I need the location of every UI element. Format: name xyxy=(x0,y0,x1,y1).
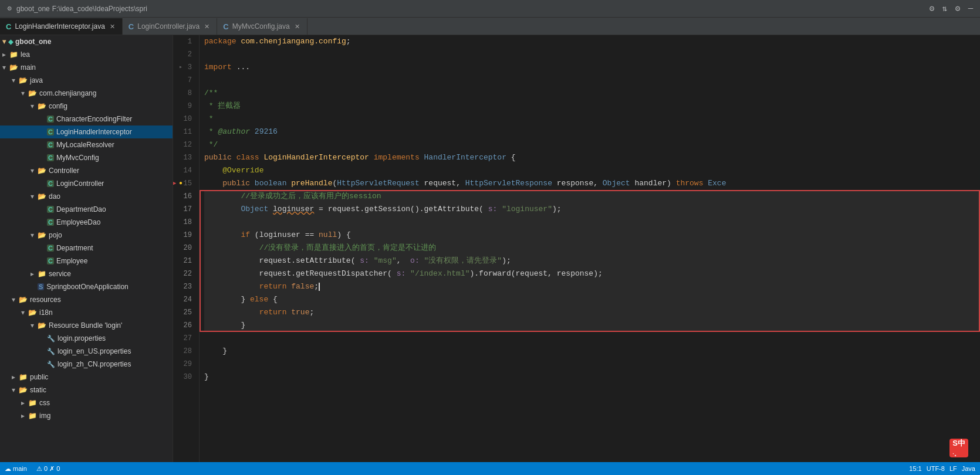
status-encoding: UTF-8 xyxy=(927,465,945,472)
sidebar-item-s21[interactable]: ▾📂i18n xyxy=(0,306,173,319)
sidebar-item-s7[interactable]: CLoginHandlerInterceptor xyxy=(0,125,173,138)
sidebar-item-s20[interactable]: ▾📂resources xyxy=(0,293,173,306)
tab-label-3: MyMvcConfig.java xyxy=(232,22,290,30)
status-right: 15:1 UTF-8 LF Java xyxy=(909,465,975,472)
line-num-13: 13 xyxy=(178,151,194,164)
line-num-15: ●▶15 xyxy=(178,177,194,190)
status-language: Java xyxy=(962,465,975,472)
sidebar-item-s19[interactable]: SSpringbootOneApplication xyxy=(0,280,173,293)
code-line-15: public boolean preHandle(HttpServletRequ… xyxy=(204,177,980,190)
line-num-11: 11 xyxy=(178,125,194,138)
sidebar-item-s11[interactable]: CLoginController xyxy=(0,177,173,190)
split-icon[interactable]: ⇅ xyxy=(940,4,949,13)
line-num-20: 20 xyxy=(178,242,194,255)
sidebar-item-s6[interactable]: CCharacterEncodingFilter xyxy=(0,113,173,125)
code-line-30: } xyxy=(204,371,980,384)
sidebar-item-s5[interactable]: ▾📂config xyxy=(0,100,173,113)
code-line-23: return false; xyxy=(204,280,980,293)
code-line-29 xyxy=(204,358,980,371)
code-line-10: * xyxy=(204,113,980,125)
tab-close-1[interactable]: ✕ xyxy=(109,22,116,32)
line-num-3: ▸3 xyxy=(178,61,194,74)
settings-icon[interactable]: ⚙ xyxy=(927,4,937,13)
tab-loginhandlerinterceptor[interactable]: C LoginHandlerInterceptor.java ✕ xyxy=(0,18,123,35)
line-numbers: 12▸37891011121314●▶151617181920212223242… xyxy=(173,35,200,462)
tab-close-3[interactable]: ✕ xyxy=(293,22,301,32)
title-bar-left: ⚙ gboot_one F:\idea_code\IdeaProjects\sp… xyxy=(5,4,147,13)
code-line-22: request.getRequestDispatcher( s: "/index… xyxy=(204,267,980,280)
code-line-24: } else { xyxy=(204,293,980,306)
tab-java-icon-1: C xyxy=(6,22,11,31)
sidebar-item-s23[interactable]: 🔧login.properties xyxy=(0,332,173,345)
code-line-28: } xyxy=(204,345,980,358)
ime-indicator: S中·。 xyxy=(949,439,968,457)
line-num-2: 2 xyxy=(178,48,194,61)
status-errors: ⚠ 0 ✗ 0 xyxy=(36,465,60,473)
sidebar-item-s29[interactable]: ▸📁img xyxy=(0,409,173,422)
sidebar-item-s13[interactable]: CDepartmentDao xyxy=(0,203,173,216)
code-line-11: * @author 29216 xyxy=(204,125,980,138)
tab-logincontroller[interactable]: C LoginController.java ✕ xyxy=(123,18,217,35)
status-branch: ☁ main xyxy=(5,465,27,473)
line-num-29: 29 xyxy=(178,358,194,371)
tab-close-2[interactable]: ✕ xyxy=(203,22,211,32)
sidebar-item-s17[interactable]: CEmployee xyxy=(0,255,173,267)
code-line-7 xyxy=(204,74,980,87)
sidebar-item-s27[interactable]: ▾📂static xyxy=(0,384,173,396)
line-num-9: 9 xyxy=(178,100,194,113)
sidebar-item-s16[interactable]: CDepartment xyxy=(0,242,173,255)
sidebar-item-s15[interactable]: ▾📂pojo xyxy=(0,229,173,242)
sidebar-item-s24[interactable]: 🔧login_en_US.properties xyxy=(0,345,173,358)
sidebar-item-s22[interactable]: ▾📂Resource Bundle 'login' xyxy=(0,319,173,332)
sidebar-item-s4[interactable]: ▾📂com.chenjiangang xyxy=(0,87,173,100)
code-line-25: return true; xyxy=(204,306,980,319)
line-num-30: 30 xyxy=(178,371,194,384)
code-line-1: package com.chenjiangang.config; xyxy=(204,35,980,48)
sidebar-item-s8[interactable]: CMyLocaleResolver xyxy=(0,138,173,151)
sidebar-item-s10[interactable]: ▾📂Controller xyxy=(0,164,173,177)
ime-label: S中·。 xyxy=(952,438,965,458)
code-line-18 xyxy=(204,216,980,229)
code-line-21: request.setAttribute( s: "msg", o: "没有权限… xyxy=(204,255,980,267)
code-area: 12▸37891011121314●▶151617181920212223242… xyxy=(173,35,980,462)
tab-label-1: LoginHandlerInterceptor.java xyxy=(15,22,104,30)
code-line-13: public class LoginHandlerInterceptor imp… xyxy=(204,151,980,164)
line-num-16: 16 xyxy=(178,190,194,203)
sidebar-item-s12[interactable]: ▾📂dao xyxy=(0,190,173,203)
code-line-8: /** xyxy=(204,87,980,100)
tab-label-2: LoginController.java xyxy=(137,22,200,30)
tab-mymvcconfig[interactable]: C MyMvcConfig.java ✕ xyxy=(217,18,307,35)
code-line-20: //没有登录，而是直接进入的首页，肯定是不让进的 xyxy=(204,242,980,255)
tab-bar: C LoginHandlerInterceptor.java ✕ C Login… xyxy=(0,18,980,35)
line-num-28: 28 xyxy=(178,345,194,358)
sidebar-item-s3[interactable]: ▾📂java xyxy=(0,74,173,87)
code-line-3: import ... xyxy=(204,61,980,74)
line-num-23: 23 xyxy=(178,280,194,293)
line-num-7: 7 xyxy=(178,74,194,87)
line-num-19: 19 xyxy=(178,229,194,242)
sidebar-item-s25[interactable]: 🔧login_zh_CN.properties xyxy=(0,358,173,371)
status-bar: ☁ main ⚠ 0 ✗ 0 15:1 UTF-8 LF Java xyxy=(0,462,980,475)
code-line-27 xyxy=(204,332,980,345)
code-line-14: @Override xyxy=(204,164,980,177)
gear-icon2[interactable]: ⚙ xyxy=(953,4,962,13)
line-num-25: 25 xyxy=(178,306,194,319)
sidebar-project-root[interactable]: ▾ ◆gboot_one xyxy=(0,35,173,48)
code-editor[interactable]: 12▸37891011121314●▶151617181920212223242… xyxy=(173,35,980,462)
sidebar-item-s9[interactable]: CMyMvcConfig xyxy=(0,151,173,164)
line-num-24: 24 xyxy=(178,293,194,306)
minimize-icon[interactable]: ─ xyxy=(966,4,975,13)
code-line-17: Object loginuser = request.getSession().… xyxy=(204,203,980,216)
sidebar-item-s26[interactable]: ▸📁public xyxy=(0,371,173,384)
sidebar-item-s28[interactable]: ▸📁css xyxy=(0,396,173,409)
sidebar-item-s18[interactable]: ▸📁service xyxy=(0,267,173,280)
tab-java-icon-3: C xyxy=(223,22,228,31)
line-num-8: 8 xyxy=(178,87,194,100)
sidebar-item-s1[interactable]: ▸📁lea xyxy=(0,48,173,61)
line-num-18: 18 xyxy=(178,216,194,229)
status-line-ending: LF xyxy=(949,465,957,472)
sidebar-item-s2[interactable]: ▾📂main xyxy=(0,61,173,74)
window-controls: ⚙ ⇅ ⚙ ─ xyxy=(927,4,975,13)
sidebar-item-s14[interactable]: CEmployeeDao xyxy=(0,216,173,229)
main-area: ▾ ◆gboot_one▸📁lea▾📂main▾📂java▾📂com.chenj… xyxy=(0,35,980,462)
